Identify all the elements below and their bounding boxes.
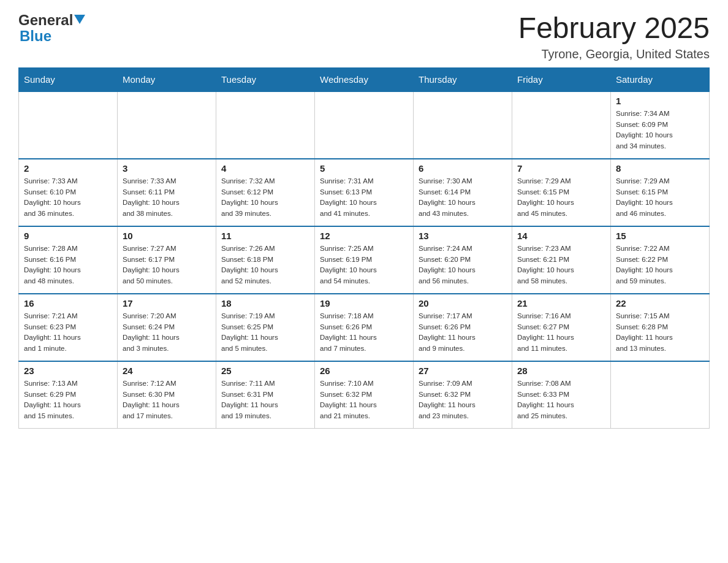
calendar-day-cell: 1Sunrise: 7:34 AM Sunset: 6:09 PM Daylig…	[611, 91, 710, 159]
month-title: February 2025	[518, 12, 710, 45]
calendar-day-cell: 5Sunrise: 7:31 AM Sunset: 6:13 PM Daylig…	[315, 159, 414, 226]
day-info: Sunrise: 7:16 AM Sunset: 6:27 PM Dayligh…	[517, 311, 605, 354]
day-info: Sunrise: 7:08 AM Sunset: 6:33 PM Dayligh…	[517, 378, 605, 422]
day-number: 13	[419, 231, 507, 241]
day-number: 17	[123, 298, 211, 308]
calendar-week-row: 1Sunrise: 7:34 AM Sunset: 6:09 PM Daylig…	[19, 91, 710, 159]
day-info: Sunrise: 7:11 AM Sunset: 6:31 PM Dayligh…	[221, 378, 309, 422]
day-number: 25	[221, 366, 309, 376]
calendar-week-row: 9Sunrise: 7:28 AM Sunset: 6:16 PM Daylig…	[19, 226, 710, 294]
calendar-weekday-tuesday: Tuesday	[216, 67, 315, 91]
calendar-weekday-wednesday: Wednesday	[315, 67, 414, 91]
calendar-day-cell: 20Sunrise: 7:17 AM Sunset: 6:26 PM Dayli…	[414, 294, 512, 361]
day-number: 21	[517, 298, 605, 308]
day-number: 15	[616, 231, 704, 241]
day-number: 20	[419, 298, 507, 308]
day-number: 4	[221, 163, 309, 174]
day-info: Sunrise: 7:33 AM Sunset: 6:11 PM Dayligh…	[123, 176, 211, 220]
day-number: 26	[320, 366, 408, 376]
calendar-day-cell: 7Sunrise: 7:29 AM Sunset: 6:15 PM Daylig…	[512, 159, 611, 226]
logo-blue-label: Blue	[20, 28, 86, 44]
day-info: Sunrise: 7:27 AM Sunset: 6:17 PM Dayligh…	[123, 243, 211, 287]
day-info: Sunrise: 7:09 AM Sunset: 6:32 PM Dayligh…	[419, 378, 507, 422]
day-info: Sunrise: 7:12 AM Sunset: 6:30 PM Dayligh…	[123, 378, 211, 422]
calendar-day-cell: 15Sunrise: 7:22 AM Sunset: 6:22 PM Dayli…	[611, 226, 710, 294]
calendar-week-row: 16Sunrise: 7:21 AM Sunset: 6:23 PM Dayli…	[19, 294, 710, 361]
calendar-day-cell: 10Sunrise: 7:27 AM Sunset: 6:17 PM Dayli…	[118, 226, 216, 294]
calendar-weekday-monday: Monday	[118, 67, 216, 91]
day-number: 5	[320, 163, 408, 174]
day-info: Sunrise: 7:29 AM Sunset: 6:15 PM Dayligh…	[616, 176, 704, 220]
calendar-header-row: SundayMondayTuesdayWednesdayThursdayFrid…	[19, 67, 710, 91]
calendar-day-cell: 16Sunrise: 7:21 AM Sunset: 6:23 PM Dayli…	[19, 294, 118, 361]
day-number: 11	[221, 231, 309, 241]
calendar-day-cell	[512, 91, 611, 159]
calendar-weekday-saturday: Saturday	[611, 67, 710, 91]
day-info: Sunrise: 7:33 AM Sunset: 6:10 PM Dayligh…	[24, 176, 112, 220]
day-number: 23	[24, 366, 112, 376]
day-info: Sunrise: 7:17 AM Sunset: 6:26 PM Dayligh…	[419, 311, 507, 354]
calendar-day-cell: 12Sunrise: 7:25 AM Sunset: 6:19 PM Dayli…	[315, 226, 414, 294]
calendar-day-cell: 3Sunrise: 7:33 AM Sunset: 6:11 PM Daylig…	[118, 159, 216, 226]
calendar-day-cell	[118, 91, 216, 159]
day-info: Sunrise: 7:21 AM Sunset: 6:23 PM Dayligh…	[24, 311, 112, 354]
calendar-day-cell: 6Sunrise: 7:30 AM Sunset: 6:14 PM Daylig…	[414, 159, 512, 226]
calendar-week-row: 23Sunrise: 7:13 AM Sunset: 6:29 PM Dayli…	[19, 361, 710, 429]
day-number: 19	[320, 298, 408, 308]
calendar-day-cell	[216, 91, 315, 159]
day-info: Sunrise: 7:13 AM Sunset: 6:29 PM Dayligh…	[24, 378, 112, 422]
calendar-weekday-thursday: Thursday	[414, 67, 512, 91]
day-info: Sunrise: 7:22 AM Sunset: 6:22 PM Dayligh…	[616, 243, 704, 287]
calendar-day-cell: 19Sunrise: 7:18 AM Sunset: 6:26 PM Dayli…	[315, 294, 414, 361]
calendar-day-cell: 18Sunrise: 7:19 AM Sunset: 6:25 PM Dayli…	[216, 294, 315, 361]
day-info: Sunrise: 7:31 AM Sunset: 6:13 PM Dayligh…	[320, 176, 408, 220]
day-info: Sunrise: 7:34 AM Sunset: 6:09 PM Dayligh…	[616, 109, 704, 152]
day-number: 28	[517, 366, 605, 376]
day-number: 6	[419, 163, 507, 174]
calendar-day-cell: 14Sunrise: 7:23 AM Sunset: 6:21 PM Dayli…	[512, 226, 611, 294]
day-number: 2	[24, 163, 112, 174]
calendar-weekday-sunday: Sunday	[19, 67, 118, 91]
day-number: 1	[616, 96, 704, 106]
location-title: Tyrone, Georgia, United States	[518, 47, 710, 61]
day-info: Sunrise: 7:26 AM Sunset: 6:18 PM Dayligh…	[221, 243, 309, 287]
calendar-table: SundayMondayTuesdayWednesdayThursdayFrid…	[18, 67, 710, 429]
day-info: Sunrise: 7:25 AM Sunset: 6:19 PM Dayligh…	[320, 243, 408, 287]
calendar-day-cell: 17Sunrise: 7:20 AM Sunset: 6:24 PM Dayli…	[118, 294, 216, 361]
calendar-day-cell: 25Sunrise: 7:11 AM Sunset: 6:31 PM Dayli…	[216, 361, 315, 429]
day-number: 12	[320, 231, 408, 241]
day-number: 16	[24, 298, 112, 308]
calendar-day-cell: 23Sunrise: 7:13 AM Sunset: 6:29 PM Dayli…	[19, 361, 118, 429]
day-info: Sunrise: 7:32 AM Sunset: 6:12 PM Dayligh…	[221, 176, 309, 220]
calendar-day-cell	[315, 91, 414, 159]
day-number: 9	[24, 231, 112, 241]
day-info: Sunrise: 7:10 AM Sunset: 6:32 PM Dayligh…	[320, 378, 408, 422]
day-number: 27	[419, 366, 507, 376]
calendar-day-cell: 13Sunrise: 7:24 AM Sunset: 6:20 PM Dayli…	[414, 226, 512, 294]
day-info: Sunrise: 7:30 AM Sunset: 6:14 PM Dayligh…	[419, 176, 507, 220]
page-header: General Blue February 2025 Tyrone, Georg…	[18, 12, 710, 61]
calendar-week-row: 2Sunrise: 7:33 AM Sunset: 6:10 PM Daylig…	[19, 159, 710, 226]
day-info: Sunrise: 7:19 AM Sunset: 6:25 PM Dayligh…	[221, 311, 309, 354]
logo-general-label: General	[18, 12, 73, 28]
calendar-day-cell: 21Sunrise: 7:16 AM Sunset: 6:27 PM Dayli…	[512, 294, 611, 361]
day-info: Sunrise: 7:29 AM Sunset: 6:15 PM Dayligh…	[517, 176, 605, 220]
day-number: 24	[123, 366, 211, 376]
day-info: Sunrise: 7:23 AM Sunset: 6:21 PM Dayligh…	[517, 243, 605, 287]
day-number: 8	[616, 163, 704, 174]
calendar-day-cell	[611, 361, 710, 429]
day-info: Sunrise: 7:15 AM Sunset: 6:28 PM Dayligh…	[616, 311, 704, 354]
logo: General Blue	[18, 12, 86, 45]
day-info: Sunrise: 7:18 AM Sunset: 6:26 PM Dayligh…	[320, 311, 408, 354]
day-number: 22	[616, 298, 704, 308]
calendar-day-cell: 24Sunrise: 7:12 AM Sunset: 6:30 PM Dayli…	[118, 361, 216, 429]
calendar-day-cell: 27Sunrise: 7:09 AM Sunset: 6:32 PM Dayli…	[414, 361, 512, 429]
calendar-day-cell: 9Sunrise: 7:28 AM Sunset: 6:16 PM Daylig…	[19, 226, 118, 294]
day-number: 14	[517, 231, 605, 241]
calendar-weekday-friday: Friday	[512, 67, 611, 91]
calendar-day-cell: 8Sunrise: 7:29 AM Sunset: 6:15 PM Daylig…	[611, 159, 710, 226]
day-info: Sunrise: 7:28 AM Sunset: 6:16 PM Dayligh…	[24, 243, 112, 287]
calendar-day-cell: 22Sunrise: 7:15 AM Sunset: 6:28 PM Dayli…	[611, 294, 710, 361]
calendar-day-cell	[19, 91, 118, 159]
title-section: February 2025 Tyrone, Georgia, United St…	[518, 12, 710, 61]
